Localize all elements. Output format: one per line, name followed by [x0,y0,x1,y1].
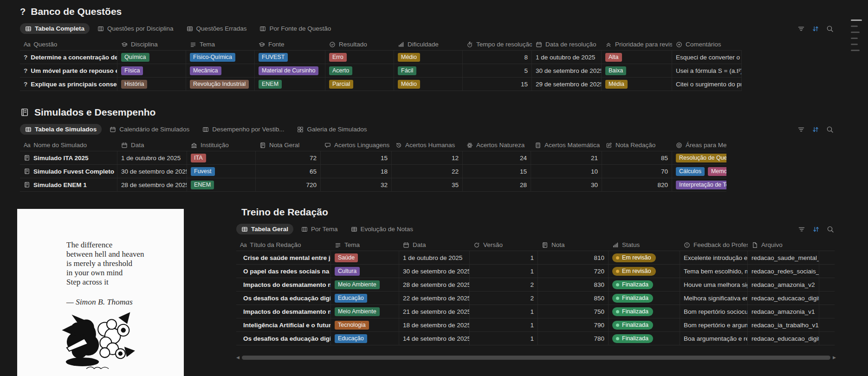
cell-fonte[interactable]: ENEM [255,78,325,91]
cell-instituicao[interactable]: ENEM [187,178,256,191]
cell-acertos-natureza[interactable]: 28 [463,178,531,191]
cell-disciplina[interactable]: História [117,78,186,91]
cell-status[interactable]: Em revisão [609,251,680,264]
column-header-acertos-matematica[interactable]: Acertos Matemática [531,139,602,151]
table-row[interactable]: ?Explique as principais consequências da… [20,78,742,91]
cell-prioridade-para-revisao[interactable]: Baixa [602,64,672,77]
cell-arquivo[interactable]: redacao_educacao_digital_v1 [748,332,819,345]
column-header-versao[interactable]: Versão [470,239,538,251]
sort-icon[interactable] [812,25,819,32]
scrollbar-thumb[interactable] [242,356,830,360]
cell-acertos-humanas[interactable]: 12 [392,151,463,164]
table-row[interactable]: Inteligência Artificial e o futuro do tr… [236,318,835,332]
cell-disciplina[interactable]: Química [117,51,186,64]
cell-nota[interactable]: 750 [538,305,609,318]
tab-tabela-completa[interactable]: Tabela Completa [20,23,90,34]
column-header-fonte[interactable]: Fonte [255,39,325,50]
column-header-nome-do-simulado[interactable]: AaNome do Simulado [20,139,117,151]
cell-data-de-resolucao[interactable]: 29 de setembro de 2025 [532,78,602,91]
cell-acertos-matematica[interactable]: 10 [531,165,602,178]
cell-feedback-do-professor[interactable]: Bom repertório sociocultural, m [680,305,748,318]
cell-tempo-de-resolucao[interactable]: 5 [463,64,532,77]
cell-instituicao[interactable]: ITA [187,151,256,164]
column-header-data[interactable]: Data [117,139,187,151]
cell-versao[interactable]: 1 [470,318,538,331]
cell-titulo-da-redacao[interactable]: Crise de saúde mental entre jovens no p [236,251,331,264]
cell-resultado[interactable]: Parcial [325,78,394,91]
column-header-acertos-linguagens[interactable]: Acertos Linguagens [321,139,392,151]
cell-nota[interactable]: 790 [538,318,609,331]
cell-tema[interactable]: Educação [331,332,399,345]
cell-data[interactable]: 1 de outubro de 2025 [399,251,470,264]
cell-data[interactable]: 21 de setembro de 2025 [399,305,470,318]
cell-disciplina[interactable]: Física [117,64,186,77]
column-header-titulo-da-redacao[interactable]: AaTítulo da Redação [236,239,331,251]
cell-comentarios[interactable]: Citei o surgimento do proletaria [672,78,742,91]
cell-nota-geral[interactable]: 720 [256,178,321,191]
cell-empty[interactable] [819,251,835,264]
table-row[interactable]: ?Um móvel parte do repouso em movimFísic… [20,64,742,78]
cell-data-de-resolucao[interactable]: 1 de outubro de 2025 [532,51,602,64]
cell-tempo-de-resolucao[interactable]: 15 [463,78,532,91]
cell-arquivo[interactable]: redacao_redes_sociais_cultura_ [748,265,819,278]
cell-dificuldade[interactable]: Médio [394,51,463,64]
sort-icon[interactable] [812,126,819,133]
cell-acertos-natureza[interactable]: 24 [463,151,531,164]
cell-acertos-linguagens[interactable]: 32 [321,178,392,191]
cell-tema[interactable]: Educação [331,292,399,305]
cell-versao[interactable]: 1 [470,265,538,278]
cell-acertos-humanas[interactable]: 22 [392,165,463,178]
cell-data[interactable]: 1 de outubro de 2025 [117,151,187,164]
cell-versao[interactable]: 1 [470,332,538,345]
column-header-data-de-resolucao[interactable]: Data de resolução [532,39,602,50]
filter-icon[interactable] [797,126,805,133]
column-header-instituicao[interactable]: Instituição [187,139,256,151]
cell-empty[interactable] [819,278,835,291]
column-header-nota-redacao[interactable]: Nota Redação [602,139,672,151]
cell-nome-do-simulado[interactable]: Simulado ITA 2025 [20,151,117,164]
table-row[interactable]: Os desafios da educação digital no BrasE… [236,292,835,305]
cell-status[interactable]: Finalizada [609,292,680,305]
cell-nota-redacao[interactable]: 820 [602,178,672,191]
cell-prioridade-para-revisao[interactable]: Alta [602,51,672,64]
cell-arquivo[interactable]: redacao_educacao_digital_v2 [748,292,819,305]
cell-data[interactable]: 14 de setembro de 2025 [399,332,470,345]
tab-evolucao-de-notas[interactable]: Evolução de Notas [346,224,418,234]
cell-data[interactable]: 28 de setembro de 2025 [399,278,470,291]
cell-data[interactable]: 28 de setembro de 2025 [117,178,187,191]
cell-status[interactable]: Finalizada [609,278,680,291]
cell-titulo-da-redacao[interactable]: Inteligência Artificial e o futuro do tr… [236,318,331,331]
cell-versao[interactable]: 2 [470,278,538,291]
cell-status[interactable]: Finalizada [609,318,680,331]
cell-nota-redacao[interactable]: 85 [602,151,672,164]
cell-titulo-da-redacao[interactable]: Impactos do desmatamento na Amazôn [236,278,331,291]
column-header-resultado[interactable]: Resultado [325,39,394,50]
cell-feedback-do-professor[interactable]: Bom repertório e argumentaçã [680,318,748,331]
cell-questao[interactable]: ?Um móvel parte do repouso em movim [20,64,117,77]
column-header-nota[interactable]: Nota [538,239,609,251]
cell-instituicao[interactable]: Fuvest [187,165,256,178]
cell-status[interactable]: Finalizada [609,305,680,318]
column-header-acertos-humanas[interactable]: Acertos Humanas [392,139,463,151]
tab-tabela-geral[interactable]: Tabela Geral [236,224,293,234]
cell-empty[interactable] [819,305,835,318]
column-header-data[interactable]: Data [399,239,470,251]
table-row[interactable]: Impactos do desmatamento na AmazônMeio A… [236,305,835,318]
cell-empty[interactable] [819,292,835,305]
cell-acertos-humanas[interactable]: 35 [392,178,463,191]
outline-dash[interactable] [851,32,860,33]
cell-comentarios[interactable]: Usei a fórmula S = (a.t²)/2 corre [672,64,742,77]
filter-icon[interactable] [797,25,805,32]
outline-dash[interactable] [851,38,858,39]
cell-questao[interactable]: ?Explique as principais consequências da [20,78,117,91]
column-header-tempo-de-resolucao[interactable]: Tempo de resolução [463,39,532,50]
cell-arquivo[interactable]: redacao_saude_mental_v1 [748,251,819,264]
cell-dificuldade[interactable]: Médio [394,78,463,91]
cell-questao[interactable]: ?Determine a concentração de íons H+ e [20,51,117,64]
quote-image[interactable]: The differencebetween hell and heavenis … [17,209,184,376]
table-row[interactable]: Impactos do desmatamento na AmazônMeio A… [236,278,835,292]
cell-nota-redacao[interactable]: 70 [602,165,672,178]
tab-por-tema[interactable]: Por Tema [296,224,343,234]
cell-acertos-linguagens[interactable]: 18 [321,165,392,178]
search-icon[interactable] [827,226,834,233]
